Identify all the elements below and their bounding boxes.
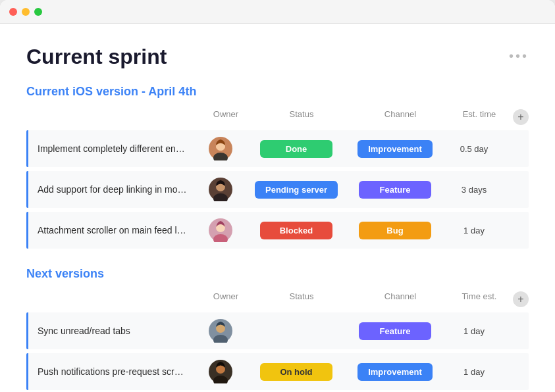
avatar: [194, 360, 247, 383]
task-status: Done: [247, 140, 346, 158]
avatar: [194, 319, 247, 343]
page-title: Current sprint: [26, 45, 529, 69]
task-status: Pending server: [247, 181, 346, 199]
section1-header: Current iOS version - April 4th Owner St…: [26, 85, 529, 128]
minimize-dot[interactable]: [22, 8, 30, 16]
col-channel-header1: Channel: [351, 109, 450, 125]
col-owner-header2: Owner: [199, 291, 252, 307]
close-dot[interactable]: [9, 8, 17, 16]
section2-title: Next versions: [26, 267, 104, 281]
task-name: Push notifications pre-request screen: [38, 366, 194, 377]
app-window: Current sprint ••• Current iOS version -…: [0, 0, 555, 392]
col-time-header2: Time est.: [450, 291, 509, 307]
more-options-button[interactable]: •••: [509, 49, 529, 64]
task-status: Blocked: [247, 222, 346, 239]
table-row[interactable]: Attachment scroller on main feed look...…: [26, 212, 529, 249]
avatar: [194, 218, 247, 242]
task-channel: Improvement: [346, 363, 444, 381]
task-name: Add support for deep linking in mobile a…: [38, 184, 194, 195]
col-task-header: [26, 109, 199, 125]
table-row[interactable]: Sync unread/read tabs Feature 1 day: [26, 312, 529, 349]
section1-title: Current iOS version - April 4th: [26, 85, 196, 99]
section2-tasks: Sync unread/read tabs Feature 1 day Push…: [26, 312, 529, 392]
task-channel: Feature: [346, 322, 444, 340]
col-task-header2: [26, 291, 199, 307]
task-time: 1 day: [444, 226, 504, 235]
task-time: 0.5 day: [444, 144, 504, 154]
section2-container: Next versions Owner Status Channel Time …: [26, 267, 529, 310]
section1-col-headers: Owner Status Channel Est. time +: [26, 107, 529, 128]
window-controls: [9, 8, 42, 16]
section1-tasks: Implement completely different environm.…: [26, 130, 529, 249]
table-row[interactable]: Implement completely different environm.…: [26, 130, 529, 167]
col-time-header1: Est. time: [450, 109, 509, 125]
task-name: Implement completely different environm.…: [38, 143, 194, 154]
section1-add-button[interactable]: +: [513, 109, 529, 125]
section2-col-headers: Owner Status Channel Time est. +: [26, 289, 529, 310]
task-name: Attachment scroller on main feed look...: [38, 225, 194, 235]
avatar: [194, 137, 247, 160]
section2-add-button[interactable]: +: [513, 291, 529, 307]
task-name: Sync unread/read tabs: [38, 326, 194, 336]
task-channel: Feature: [346, 181, 444, 199]
avatar: [194, 178, 247, 201]
col-status-header2: Status: [252, 291, 351, 307]
col-owner-header1: Owner: [199, 109, 252, 125]
col-status-header1: Status: [252, 109, 351, 125]
task-channel: Improvement: [346, 140, 444, 158]
task-time: 1 day: [444, 367, 504, 377]
col-channel-header2: Channel: [351, 291, 450, 307]
table-row[interactable]: Push notifications pre-request screen On…: [26, 353, 529, 390]
task-time: 1 day: [444, 326, 504, 336]
table-row[interactable]: Add support for deep linking in mobile a…: [26, 171, 529, 208]
task-channel: Bug: [346, 222, 444, 239]
maximize-dot[interactable]: [34, 8, 42, 16]
task-status: On hold: [247, 363, 346, 381]
titlebar: [0, 0, 555, 24]
task-time: 3 days: [444, 185, 504, 195]
